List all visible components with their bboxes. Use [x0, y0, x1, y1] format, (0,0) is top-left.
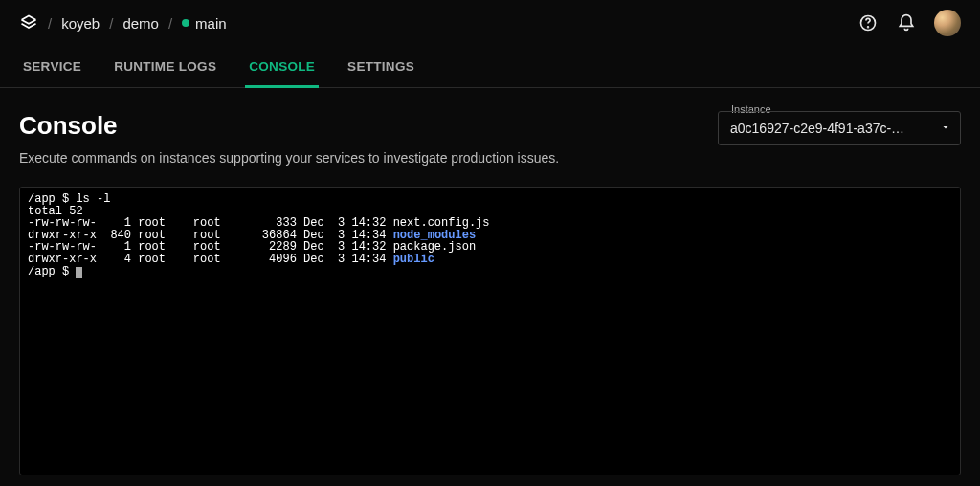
svg-point-1 [868, 27, 869, 28]
breadcrumb-app[interactable]: demo [122, 15, 159, 32]
terminal-line: /app $ ls -l [28, 193, 952, 206]
terminal[interactable]: /app $ ls -ltotal 52-rw-rw-rw- 1 root ro… [19, 187, 961, 475]
breadcrumb: / koyeb / demo / main [19, 13, 227, 33]
page-title: Console [19, 111, 699, 141]
cursor-icon [76, 267, 82, 278]
tab-runtime-logs[interactable]: RUNTIME LOGS [110, 50, 220, 88]
tab-service[interactable]: SERVICE [19, 50, 85, 88]
branch-label: main [195, 15, 227, 32]
page-header: Console Execute commands on instances su… [19, 111, 961, 166]
page-header-left: Console Execute commands on instances su… [19, 111, 699, 166]
tab-console[interactable]: CONSOLE [245, 50, 319, 88]
terminal-line: /app $ [28, 266, 952, 278]
breadcrumb-sep: / [48, 15, 52, 32]
breadcrumb-sep: / [109, 15, 113, 32]
breadcrumb-sep: / [168, 15, 172, 32]
bell-icon[interactable] [896, 12, 917, 33]
status-dot-icon [182, 19, 189, 27]
instance-select-value[interactable]: a0c16927-c2e9-4f91-a37c-… [718, 111, 961, 145]
tab-settings[interactable]: SETTINGS [344, 50, 418, 88]
page-subtitle: Execute commands on instances supporting… [19, 150, 699, 166]
terminal-line: drwxr-xr-x 4 root root 4096 Dec 3 14:34 … [28, 254, 952, 266]
instance-selector[interactable]: Instance a0c16927-c2e9-4f91-a37c-… [718, 111, 961, 145]
terminal-line: -rw-rw-rw- 1 root root 333 Dec 3 14:32 n… [28, 217, 952, 230]
breadcrumb-branch[interactable]: main [182, 15, 227, 32]
help-icon[interactable] [858, 12, 879, 33]
page: Console Execute commands on instances su… [0, 88, 980, 475]
topbar-actions [858, 10, 961, 36]
topbar: / koyeb / demo / main [0, 0, 980, 46]
logo-icon[interactable] [19, 13, 38, 33]
breadcrumb-org[interactable]: koyeb [61, 15, 100, 32]
tabs: SERVICE RUNTIME LOGS CONSOLE SETTINGS [0, 50, 980, 88]
avatar[interactable] [934, 10, 961, 36]
